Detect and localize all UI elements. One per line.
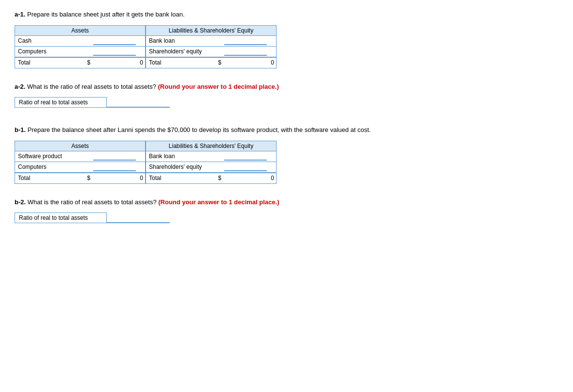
section-a2: a-2. What is the ratio of real assets to… bbox=[15, 82, 558, 108]
b1-equity-label: Shareholders' equity bbox=[146, 163, 222, 170]
table-row: Computers bbox=[15, 162, 145, 173]
a1-title-text: Prepare its balance sheet just after it … bbox=[25, 11, 184, 18]
b1-liabilities-total-label: Total bbox=[146, 175, 218, 181]
a1-equity-input-cell bbox=[222, 47, 276, 56]
b1-computers-label: Computers bbox=[15, 163, 91, 170]
a2-ratio-row: Ratio of real to total assets bbox=[15, 97, 558, 108]
a1-cash-input-cell bbox=[91, 36, 145, 45]
b2-title-highlight: (Round your answer to 1 decimal place.) bbox=[157, 198, 279, 206]
b1-software-label: Software product bbox=[15, 153, 91, 160]
a1-assets-total-row: Total $ 0 bbox=[15, 57, 145, 68]
a1-title: a-1. Prepare its balance sheet just afte… bbox=[15, 10, 558, 19]
a2-title-highlight: (Round your answer to 1 decimal place.) bbox=[156, 83, 279, 90]
b1-prefix: b-1. bbox=[15, 126, 26, 133]
b1-computers-input-cell bbox=[91, 163, 145, 171]
b1-balance-sheet: Assets Software product Computers Total … bbox=[15, 141, 277, 184]
table-row: Bank loan bbox=[146, 36, 276, 47]
a1-liabilities-total-row: Total $ 0 bbox=[146, 57, 276, 68]
table-row: Computers bbox=[15, 47, 145, 57]
a1-prefix: a-1. bbox=[15, 11, 25, 18]
a1-cash-input[interactable] bbox=[93, 36, 136, 45]
a1-bankloan-label: Bank loan bbox=[146, 37, 222, 44]
b1-assets-total-dollar: $ bbox=[87, 175, 94, 181]
a1-balance-sheet: Assets Cash Computers Total $ 0 Liabil bbox=[15, 25, 277, 68]
b1-software-input[interactable] bbox=[93, 152, 136, 161]
a1-equity-label: Shareholders' equity bbox=[146, 48, 222, 55]
b2-prefix: b-2. bbox=[15, 198, 26, 206]
b2-ratio-row: Ratio of real to total assets bbox=[15, 212, 558, 223]
b1-bankloan-input-cell bbox=[222, 152, 276, 161]
a1-assets-total-label: Total bbox=[15, 59, 87, 66]
b1-liabilities-total-val: 0 bbox=[225, 175, 277, 181]
b2-ratio-label: Ratio of real to total assets bbox=[15, 212, 107, 223]
a1-computers-input-cell bbox=[91, 47, 145, 56]
a1-computers-input[interactable] bbox=[93, 47, 136, 56]
a1-bankloan-input[interactable] bbox=[224, 36, 267, 45]
b1-liabilities-panel: Liabilities & Shareholders' Equity Bank … bbox=[145, 141, 277, 184]
a1-liabilities-total-val: 0 bbox=[225, 59, 277, 66]
a2-title: a-2. What is the ratio of real assets to… bbox=[15, 82, 558, 92]
a1-computers-label: Computers bbox=[15, 48, 91, 55]
a2-ratio-input[interactable] bbox=[107, 97, 170, 108]
b2-title-text: What is the ratio of real assets to tota… bbox=[26, 198, 157, 206]
b2-ratio-input[interactable] bbox=[107, 212, 170, 223]
a1-assets-header: Assets bbox=[15, 26, 145, 36]
section-b2: b-2. What is the ratio of real assets to… bbox=[15, 197, 558, 224]
a2-prefix: a-2. bbox=[15, 83, 25, 90]
b1-bankloan-input[interactable] bbox=[224, 152, 267, 161]
b1-assets-total-row: Total $ 0 bbox=[15, 173, 145, 183]
b1-liabilities-total-row: Total $ 0 bbox=[146, 173, 276, 183]
b1-assets-panel: Assets Software product Computers Total … bbox=[15, 141, 145, 184]
a1-assets-total-val: 0 bbox=[94, 59, 146, 66]
a1-liabilities-panel: Liabilities & Shareholders' Equity Bank … bbox=[145, 25, 277, 68]
a2-ratio-label: Ratio of real to total assets bbox=[15, 97, 107, 108]
table-row: Bank loan bbox=[146, 151, 276, 162]
b1-assets-header: Assets bbox=[15, 141, 145, 151]
a1-equity-input[interactable] bbox=[224, 47, 267, 56]
b1-liabilities-header: Liabilities & Shareholders' Equity bbox=[146, 141, 276, 151]
b1-assets-total-label: Total bbox=[15, 175, 87, 181]
b1-equity-input[interactable] bbox=[224, 163, 267, 171]
b1-bankloan-label: Bank loan bbox=[146, 153, 222, 160]
a1-liabilities-total-dollar: $ bbox=[218, 59, 225, 66]
a1-assets-panel: Assets Cash Computers Total $ 0 bbox=[15, 25, 145, 68]
a1-liabilities-total-label: Total bbox=[146, 59, 218, 66]
table-row: Shareholders' equity bbox=[146, 47, 276, 57]
a1-liabilities-header: Liabilities & Shareholders' Equity bbox=[146, 26, 276, 36]
table-row: Shareholders' equity bbox=[146, 162, 276, 173]
b2-title: b-2. What is the ratio of real assets to… bbox=[15, 197, 558, 207]
a2-title-text: What is the ratio of real assets to tota… bbox=[25, 83, 156, 90]
section-a1: a-1. Prepare its balance sheet just afte… bbox=[15, 10, 558, 68]
b1-assets-total-val: 0 bbox=[94, 175, 146, 181]
table-row: Software product bbox=[15, 151, 145, 162]
section-b1: b-1. Prepare the balance sheet after Lan… bbox=[15, 125, 558, 184]
table-row: Cash bbox=[15, 36, 145, 47]
b1-equity-input-cell bbox=[222, 163, 276, 171]
a1-cash-label: Cash bbox=[15, 37, 91, 44]
a1-bankloan-input-cell bbox=[222, 36, 276, 45]
b1-liabilities-total-dollar: $ bbox=[218, 175, 225, 181]
b1-computers-input[interactable] bbox=[93, 163, 136, 171]
b1-software-input-cell bbox=[91, 152, 145, 161]
b1-title: b-1. Prepare the balance sheet after Lan… bbox=[15, 125, 558, 135]
a1-assets-total-dollar: $ bbox=[87, 59, 94, 66]
b1-title-text: Prepare the balance sheet after Lanni sp… bbox=[26, 126, 371, 133]
